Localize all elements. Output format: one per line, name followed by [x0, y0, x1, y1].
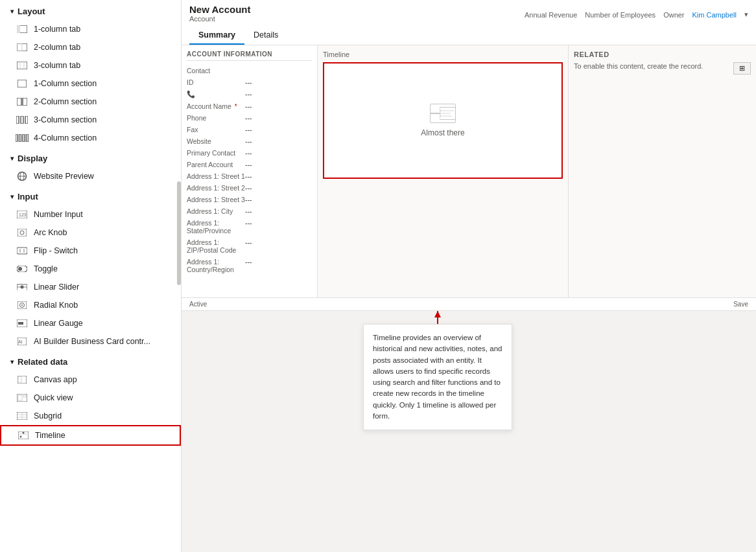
sidebar-item-timeline[interactable]: Timeline	[0, 425, 181, 446]
sidebar-item-flip-switch[interactable]: Flip - Switch	[0, 242, 181, 260]
timeline-almost-there: Almost there	[421, 104, 464, 137]
quick-view-icon	[16, 393, 29, 403]
sidebar-item-linear-gauge[interactable]: Linear Gauge	[0, 314, 181, 332]
sidebar-item-toggle[interactable]: Toggle	[0, 260, 181, 278]
field-value-account-name: ---	[245, 102, 252, 110]
sidebar-item-website-preview[interactable]: Website Preview	[0, 167, 181, 185]
field-label-fax: Fax	[187, 126, 245, 133]
svg-rect-43	[23, 395, 26, 397]
sidebar-item-linear-slider[interactable]: Linear Slider	[0, 278, 181, 296]
input-chevron-icon: ▾	[10, 193, 14, 200]
field-phone: Phone ---	[187, 112, 312, 124]
layout-chevron-icon: ▾	[10, 8, 14, 15]
svg-rect-1	[17, 25, 20, 33]
svg-rect-22	[18, 229, 27, 236]
field-label-contact: Contact	[187, 67, 245, 75]
sidebar-item-subgrid[interactable]: Subgrid	[0, 407, 181, 425]
field-value-addr1-city: ---	[245, 207, 252, 215]
field-label-addr1-street1: Address 1: Street 1	[187, 172, 245, 180]
timeline-placeholder-icon	[430, 104, 456, 123]
related-expand-button[interactable]: ⊞	[733, 62, 751, 75]
svg-rect-16	[27, 134, 29, 142]
svg-rect-7	[18, 80, 27, 87]
display-chevron-icon: ▾	[10, 155, 14, 162]
input-section-header[interactable]: ▾ Input	[0, 185, 181, 205]
svg-point-28	[18, 267, 22, 271]
field-label-addr1-street2: Address 1: Street 2	[187, 184, 245, 192]
sidebar-item-4col-section-label: 4-Column section	[34, 133, 97, 143]
record-header: New Account Account Annual Revenue Numbe…	[182, 0, 756, 45]
sidebar-item-3col-tab-label: 3-column tab	[34, 61, 80, 70]
linear-slider-icon	[16, 282, 29, 292]
1col-section-icon	[16, 78, 29, 89]
sidebar-item-radial-knob[interactable]: Radial Knob	[0, 296, 181, 314]
svg-rect-11	[21, 116, 23, 124]
annual-revenue-label: Annual Revenue	[525, 11, 577, 19]
flip-switch-icon	[16, 246, 29, 256]
field-addr1-city: Address 1: City ---	[187, 205, 312, 217]
linear-gauge-icon	[16, 318, 29, 328]
3col-section-icon	[16, 115, 29, 125]
svg-point-58	[440, 115, 441, 117]
tabs-row: Summary Details	[189, 27, 748, 45]
svg-point-50	[20, 436, 22, 438]
sidebar-item-ai-builder[interactable]: AI AI Builder Business Card contr...	[0, 332, 181, 351]
field-fax: Fax ---	[187, 124, 312, 135]
field-value-addr1-street3: ---	[245, 196, 252, 203]
sidebar-item-subgrid-label: Subgrid	[34, 411, 62, 420]
sidebar-item-3col-section[interactable]: 3-Column section	[0, 111, 181, 129]
svg-point-56	[440, 110, 441, 111]
sidebar-item-2col-section-label: 2-Column section	[34, 97, 97, 106]
num-employees-label: Number of Employees	[585, 11, 656, 19]
sidebar-item-ai-builder-label: AI Builder Business Card contr...	[34, 337, 150, 346]
sidebar-item-2col-section[interactable]: 2-Column section	[0, 93, 181, 111]
sidebar-item-3col-tab[interactable]: 3-column tab	[0, 56, 181, 75]
field-value-addr1-street2: ---	[245, 184, 252, 192]
svg-rect-8	[17, 98, 21, 106]
sidebar-item-canvas-app[interactable]: Canvas app	[0, 371, 181, 389]
related-message: To enable this content, create the recor…	[574, 62, 703, 70]
preview-footer: Active Save	[182, 297, 756, 310]
sidebar-item-quick-view[interactable]: Quick view	[0, 389, 181, 407]
field-label-addr1-country: Address 1: Country/Region	[187, 258, 245, 273]
footer-status: Active	[189, 301, 207, 308]
display-section-header[interactable]: ▾ Display	[0, 147, 181, 167]
svg-point-34	[21, 305, 23, 306]
sidebar-item-2col-tab[interactable]: 2-column tab	[0, 38, 181, 56]
sidebar-item-1col-tab[interactable]: 1-column tab	[0, 20, 181, 38]
timeline-header-label: Timeline	[323, 51, 563, 58]
svg-rect-40	[18, 376, 21, 383]
sidebar-item-arc-knob[interactable]: Arc Knob	[0, 224, 181, 242]
layout-section-header[interactable]: ▾ Layout	[0, 0, 181, 20]
related-data-section-label: Related data	[18, 357, 67, 367]
field-label-phone: Phone	[187, 114, 245, 122]
sidebar-item-1col-section[interactable]: 1-Column section	[0, 75, 181, 93]
field-primary-contact: Primary Contact ---	[187, 147, 312, 159]
field-label-primary-contact: Primary Contact	[187, 149, 245, 157]
field-value-addr1-country: ---	[245, 258, 252, 266]
svg-point-31	[21, 286, 24, 289]
sidebar-item-number-input[interactable]: 123 Number Input	[0, 205, 181, 224]
breadcrumb: Account	[189, 15, 215, 23]
main-area: New Account Account Annual Revenue Numbe…	[182, 0, 756, 552]
sidebar-item-radial-knob-label: Radial Knob	[34, 301, 78, 310]
svg-rect-24	[17, 247, 27, 254]
almost-there-text: Almost there	[421, 128, 464, 137]
tab-summary[interactable]: Summary	[189, 27, 244, 45]
scrollbar[interactable]	[177, 181, 181, 285]
sidebar-item-3col-section-label: 3-Column section	[34, 115, 97, 124]
2col-section-icon	[16, 97, 29, 107]
sidebar-item-arc-knob-label: Arc Knob	[34, 228, 67, 237]
sidebar-item-toggle-label: Toggle	[34, 264, 58, 273]
sidebar-item-4col-section[interactable]: 4-Column section	[0, 129, 181, 147]
field-parent-account: Parent Account ---	[187, 159, 312, 170]
timeline-box: Almost there	[323, 62, 563, 179]
related-data-section-header[interactable]: ▾ Related data	[0, 351, 181, 371]
field-value-id: ---	[245, 78, 252, 86]
ai-builder-icon: AI	[16, 336, 29, 347]
preview-panel: New Account Account Annual Revenue Numbe…	[182, 0, 756, 311]
tab-details[interactable]: Details	[244, 27, 287, 45]
sidebar-item-canvas-app-label: Canvas app	[34, 375, 77, 384]
svg-rect-14	[19, 134, 21, 142]
1col-tab-icon	[16, 24, 29, 34]
